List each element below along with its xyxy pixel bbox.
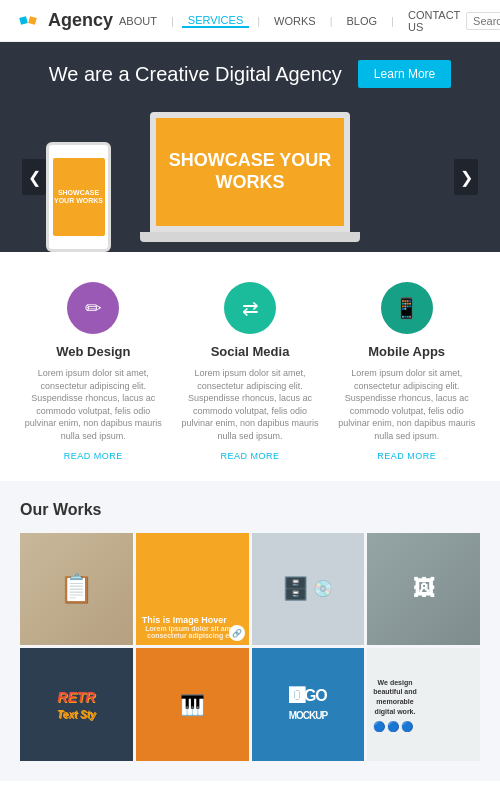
service-social-media-title: Social Media — [177, 344, 324, 359]
nav-services[interactable]: SERVICES — [182, 14, 249, 28]
work-thumb-8: We designbeautiful andmemorabledigital w… — [367, 648, 480, 761]
showcase-text: SHOWCASE YOUR WORKS — [156, 150, 344, 193]
nav-about[interactable]: ABOUT — [113, 15, 163, 27]
work-item-4[interactable]: 🖼 Photography Lorem ipsum dolor sit amet… — [367, 533, 480, 646]
work-thumb-3: 🗄️ 💿 Database Project Lorem ipsum dolor … — [252, 533, 365, 646]
service-web-design-read-more[interactable]: READ MORE — [20, 451, 167, 461]
laptop-device: SHOWCASE YOUR WORKS — [130, 112, 370, 252]
nav-sep1: | — [165, 15, 180, 27]
nav-sep4: | — [385, 15, 400, 27]
work-thumb-2: This is Image Hover Lorem ipsum dolor si… — [136, 533, 249, 646]
learn-more-button[interactable]: Learn More — [358, 60, 451, 88]
logo: Agency — [16, 9, 113, 33]
logo-text: Agency — [48, 10, 113, 31]
work-item-2[interactable]: This is Image Hover Lorem ipsum dolor si… — [136, 533, 249, 646]
nav-blog[interactable]: BLOG — [341, 15, 384, 27]
service-mobile-apps: 📱 Mobile Apps Lorem ipsum dolor sit amet… — [333, 282, 480, 461]
work-item-1[interactable]: 📋 This is Image Hover Lorem ipsum dolor … — [20, 533, 133, 646]
mobile-apps-icon: 📱 — [381, 282, 433, 334]
search-input[interactable] — [466, 12, 500, 30]
logo-icon — [16, 9, 40, 33]
work-thumb-1: 📋 This is Image Hover Lorem ipsum dolor … — [20, 533, 133, 646]
service-mobile-apps-title: Mobile Apps — [333, 344, 480, 359]
work-thumb-5: RETRText Sty Retro Typography Lorem ipsu… — [20, 648, 133, 761]
service-social-media-text: Lorem ipsum dolor sit amet, consectetur … — [177, 367, 324, 443]
search-area: 🔍 — [466, 12, 500, 30]
service-social-media: ⇄ Social Media Lorem ipsum dolor sit ame… — [177, 282, 324, 461]
hero-tagline: We are a Creative Digital Agency — [49, 63, 342, 86]
service-web-design-title: Web Design — [20, 344, 167, 359]
phone-device: SHOWCASE YOUR WORKS — [46, 142, 111, 252]
service-mobile-apps-read-more[interactable]: READ MORE — [333, 451, 480, 461]
social-media-icon: ⇄ — [224, 282, 276, 334]
services-section: ✏ Web Design Lorem ipsum dolor sit amet,… — [0, 252, 500, 481]
service-mobile-apps-text: Lorem ipsum dolor sit amet, consectetur … — [333, 367, 480, 443]
nav-works[interactable]: WORKS — [268, 15, 322, 27]
service-social-media-read-more[interactable]: READ MORE — [177, 451, 324, 461]
services-grid: ✏ Web Design Lorem ipsum dolor sit amet,… — [20, 282, 480, 461]
works-title: Our Works — [20, 501, 480, 519]
hero-section: We are a Creative Digital Agency Learn M… — [0, 42, 500, 252]
works-grid: 📋 This is Image Hover Lorem ipsum dolor … — [20, 533, 480, 762]
work-thumb-6: 🎹 Keyboard Art Lorem ipsum dolor sit ame… — [136, 648, 249, 761]
work-item-3[interactable]: 🗄️ 💿 Database Project Lorem ipsum dolor … — [252, 533, 365, 646]
svg-rect-0 — [19, 16, 28, 25]
web-design-icon: ✏ — [67, 282, 119, 334]
main-nav: ABOUT | SERVICES | WORKS | BLOG | CONTAC… — [113, 9, 466, 33]
service-web-design-text: Lorem ipsum dolor sit amet, consectetur … — [20, 367, 167, 443]
service-web-design: ✏ Web Design Lorem ipsum dolor sit amet,… — [20, 282, 167, 461]
svg-rect-1 — [28, 16, 37, 25]
work-hover-title-1: This is Image Hover — [28, 613, 113, 623]
laptop-base — [140, 232, 360, 242]
hero-devices: SHOWCASE YOUR WORKS SHOWCASE YOUR WORKS — [16, 102, 484, 252]
nav-contact[interactable]: CONTACT US — [402, 9, 466, 33]
works-section: Our Works 📋 This is Image Hover Lorem ip… — [0, 481, 500, 782]
nav-sep2: | — [251, 15, 266, 27]
nav-sep3: | — [324, 15, 339, 27]
phone-text: SHOWCASE YOUR WORKS — [53, 189, 105, 206]
clients-section: Clients ❮ CNN FUJIFILM CASIO ApartmentFi… — [0, 781, 500, 792]
work-hover-text-1: Lorem ipsum dolor sit amet, consectetur … — [28, 623, 125, 637]
work-item-8[interactable]: We designbeautiful andmemorabledigital w… — [367, 648, 480, 761]
phone-screen: SHOWCASE YOUR WORKS — [53, 158, 105, 236]
work-thumb-4: 🖼 Photography Lorem ipsum dolor sit amet… — [367, 533, 480, 646]
work-item-6[interactable]: 🎹 Keyboard Art Lorem ipsum dolor sit ame… — [136, 648, 249, 761]
laptop-screen: SHOWCASE YOUR WORKS — [150, 112, 350, 232]
work-thumb-7: 🅾GOMOCKUP Logo Mockup Lorem ipsum dolor … — [252, 648, 365, 761]
work-item-7[interactable]: 🅾GOMOCKUP Logo Mockup Lorem ipsum dolor … — [252, 648, 365, 761]
work-item-5[interactable]: RETRText Sty Retro Typography Lorem ipsu… — [20, 648, 133, 761]
hero-top: We are a Creative Digital Agency Learn M… — [16, 60, 484, 102]
